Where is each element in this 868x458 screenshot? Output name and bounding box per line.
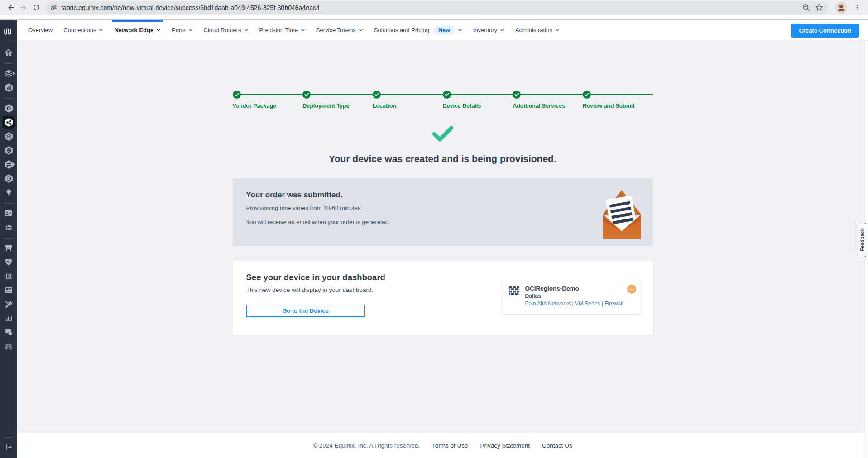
step-check-icon: [302, 91, 311, 99]
hexagon-arrows-icon: [4, 160, 14, 169]
dashboard-panel: See your device in your dashboard This n…: [233, 261, 653, 335]
sidebar-item-health[interactable]: [2, 256, 15, 268]
nav-overview[interactable]: Overview: [28, 20, 53, 40]
device-card[interactable]: OCIRegions-Demo Dallas Palo Alto Network…: [503, 280, 641, 315]
nav-precision-time[interactable]: Precision Time: [259, 20, 305, 40]
bank-pillars-icon: [5, 272, 13, 281]
browser-back-button[interactable]: [5, 1, 17, 14]
tools-icon: [4, 300, 13, 309]
chevron-down-icon: [244, 29, 249, 32]
app-sidebar: [0, 20, 17, 458]
sidebar-item-chat[interactable]: [2, 326, 15, 339]
sidebar-item-support-tools[interactable]: [2, 298, 15, 310]
success-check-icon: [233, 125, 653, 143]
sidebar-item-releases[interactable]: [2, 340, 15, 353]
nav-administration[interactable]: Administration: [515, 20, 560, 40]
step-check-icon: [583, 91, 591, 99]
step-check-icon: [373, 91, 381, 99]
privacy-statement-link[interactable]: Privacy Statement: [480, 442, 530, 449]
sidebar-divider: [4, 238, 13, 239]
nav-cloud-routers[interactable]: Cloud Routers: [204, 20, 249, 40]
hexagon-clock-icon: [4, 174, 14, 183]
step-check-icon: [443, 91, 451, 99]
order-title: Your order was submitted.: [246, 191, 639, 200]
sidebar-item-network-edge-active[interactable]: [2, 116, 15, 129]
firewall-brick-icon: [508, 285, 520, 296]
sidebar-item-analytics[interactable]: [2, 81, 15, 94]
chevron-down-icon: [99, 29, 103, 32]
sidebar-item-time[interactable]: [2, 172, 15, 185]
step-device-details: Device Details: [443, 91, 513, 109]
equinix-logo[interactable]: [2, 25, 15, 38]
sidebar-item-news[interactable]: [2, 284, 15, 296]
sidebar-item-deploy[interactable]: [2, 67, 15, 80]
sidebar-item-fabric[interactable]: [2, 130, 15, 143]
browser-menu-button[interactable]: [851, 1, 863, 14]
step-check-icon: [233, 91, 241, 99]
chevron-down-icon: [188, 29, 193, 32]
nav-inventory[interactable]: Inventory: [473, 20, 504, 40]
sidebar-item-ideas[interactable]: [2, 186, 15, 199]
step-check-icon: [513, 91, 521, 99]
device-name[interactable]: OCIRegions-Demo: [525, 285, 623, 292]
sidebar-item-home[interactable]: [2, 46, 15, 59]
provisioning-time-text: Provisioning time varies from 10-60 minu…: [246, 205, 639, 211]
browser-toolbar: fabric.equinix.com/ne/new-virtual-device…: [0, 0, 868, 15]
page-title: Your device was created and is being pro…: [233, 153, 653, 164]
bar-chart-icon: [5, 314, 13, 323]
progress-stepper: Vendor Package Deployment Type Location …: [233, 91, 653, 109]
sidebar-item-profile[interactable]: [2, 207, 15, 219]
step-additional-services: Additional Services: [513, 91, 583, 109]
go-to-device-button[interactable]: Go to the Device: [246, 305, 365, 317]
users-group-icon: [4, 223, 14, 232]
sidebar-collapse-button[interactable]: [2, 441, 15, 453]
sidebar-item-settings[interactable]: [2, 102, 15, 114]
hexagon-layers-icon: [4, 132, 14, 141]
triple-chevron-icon: [4, 342, 13, 351]
newspaper-icon: [4, 286, 13, 295]
id-card-icon: [4, 209, 13, 218]
create-connection-button[interactable]: Create Connection: [791, 24, 859, 38]
step-location: Location: [373, 91, 443, 109]
feedback-tab[interactable]: Feedback: [858, 223, 866, 257]
step-review-submit: Review and Submit: [583, 91, 653, 109]
nav-solutions-pricing[interactable]: Solutions and PricingNew: [374, 20, 462, 40]
sidebar-item-billing[interactable]: [2, 270, 15, 282]
sidebar-item-marketplace[interactable]: [2, 242, 15, 254]
device-location: Dallas: [525, 293, 623, 299]
browser-profile-avatar[interactable]: [835, 2, 847, 14]
device-menu-button[interactable]: [627, 285, 636, 294]
nav-ports[interactable]: Ports: [172, 20, 192, 40]
step-vendor-package: Vendor Package: [233, 91, 303, 109]
nav-network-edge[interactable]: Network Edge: [114, 20, 161, 40]
url-text[interactable]: fabric.equinix.com/ne/new-virtual-device…: [61, 4, 802, 11]
lightbulb-icon: [5, 188, 13, 197]
site-settings-icon[interactable]: [50, 4, 58, 11]
chevron-down-icon: [458, 29, 462, 32]
avatar-person-icon: [835, 2, 847, 14]
contact-us-link[interactable]: Contact Us: [542, 442, 572, 449]
sidebar-item-users[interactable]: [2, 221, 15, 234]
bookmark-star-icon[interactable]: [815, 3, 824, 12]
sidebar-item-transfer[interactable]: [2, 158, 15, 171]
nav-connections[interactable]: Connections: [63, 20, 103, 40]
nav-service-tokens[interactable]: Service Tokens: [316, 20, 363, 40]
new-badge: New: [433, 26, 455, 35]
expand-sidebar-icon: [5, 443, 13, 451]
home-icon: [4, 48, 13, 57]
address-bar[interactable]: fabric.equinix.com/ne/new-virtual-device…: [45, 1, 828, 14]
chevron-down-icon: [301, 29, 305, 32]
sidebar-item-reports[interactable]: [2, 312, 15, 324]
device-details: Palo Alto Networks | VM Series | Firewal…: [525, 301, 623, 307]
sidebar-divider: [4, 43, 13, 43]
zoom-out-icon[interactable]: [802, 3, 810, 12]
sidebar-item-internet-access[interactable]: [2, 144, 15, 157]
chevron-down-icon: [555, 29, 560, 32]
hexagon-globe-icon: [4, 146, 14, 155]
step-deployment-type: Deployment Type: [302, 91, 373, 109]
terms-of-use-link[interactable]: Terms of Use: [432, 442, 468, 449]
browser-forward-button[interactable]: [17, 1, 30, 14]
browser-reload-button[interactable]: [30, 1, 43, 14]
app-navbar: Overview Connections Network Edge Ports …: [17, 20, 868, 41]
back-icon: [7, 4, 15, 12]
